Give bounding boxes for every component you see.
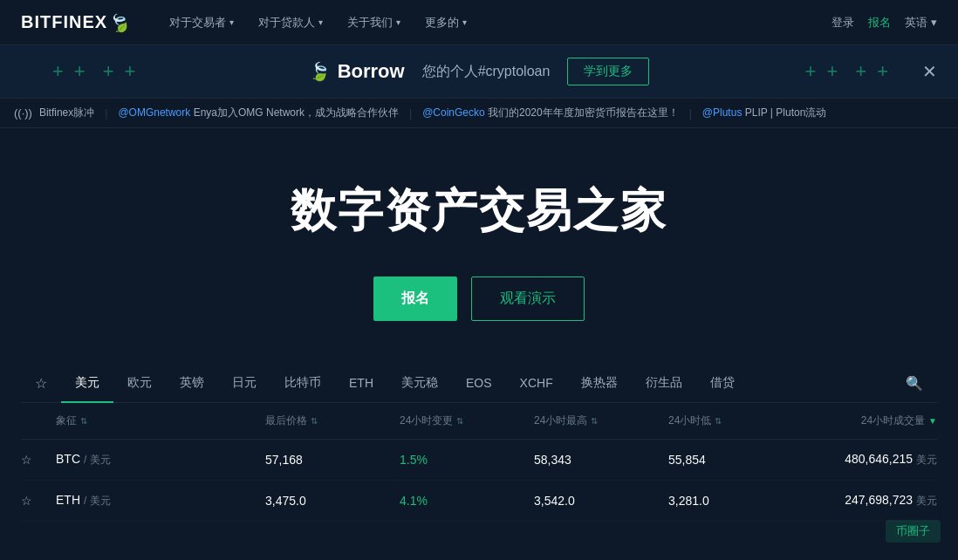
chevron-down-icon: ▾ xyxy=(462,17,467,27)
decorative-plus-left: ++ ++ xyxy=(52,60,135,83)
login-button[interactable]: 登录 xyxy=(831,15,854,31)
low-1: 3,281.0 xyxy=(668,494,803,508)
close-button[interactable]: ✕ xyxy=(922,61,937,82)
market-table: 象征 ⇅ 最后价格 ⇅ 24小时变更 ⇅ 24小时最高 ⇅ 24小时低 ⇅ 24… xyxy=(21,403,937,522)
banner-leaf-icon: 🍃 xyxy=(309,61,331,82)
tab-xchf[interactable]: XCHF xyxy=(506,365,567,402)
ticker-item-1: @CoinGecko 我们的2020年年度加密货币报告在这里！ xyxy=(422,106,679,120)
tab-gbp[interactable]: 英镑 xyxy=(166,365,218,403)
tab-usd-stable[interactable]: 美元稳 xyxy=(387,365,452,403)
sort-icon[interactable]: ⇅ xyxy=(456,416,463,426)
header-price: 最后价格 ⇅ xyxy=(265,413,400,428)
hero-title: 数字资产交易之家 xyxy=(291,181,667,242)
ticker-pulse-icon: ((·)) xyxy=(14,106,32,120)
tab-usd[interactable]: 美元 xyxy=(61,365,113,403)
volume-1: 247,698,723 美元 xyxy=(803,493,937,509)
tab-eur[interactable]: 欧元 xyxy=(113,365,166,403)
tab-exchanger[interactable]: 换热器 xyxy=(567,365,632,403)
favorite-star-0[interactable]: ☆ xyxy=(21,453,56,467)
table-header: 象征 ⇅ 最后价格 ⇅ 24小时变更 ⇅ 24小时最高 ⇅ 24小时低 ⇅ 24… xyxy=(21,403,937,440)
tab-eth[interactable]: ETH xyxy=(335,365,387,402)
sort-icon[interactable]: ⇅ xyxy=(591,416,598,426)
borrow-banner: ++ ++ 🍃 Borrow 您的个人#cryptoloan 学到更多 ++ +… xyxy=(0,45,958,99)
tab-eos[interactable]: EOS xyxy=(452,365,506,402)
watermark: 币圈子 xyxy=(886,520,941,543)
tab-jpy[interactable]: 日元 xyxy=(218,365,270,403)
tab-derivatives[interactable]: 衍生品 xyxy=(632,365,696,403)
hero-section: 数字资产交易之家 报名 观看演示 xyxy=(0,128,958,365)
banner-borrow-label: 🍃 Borrow xyxy=(309,60,405,83)
banner-subtitle: 您的个人#cryptoloan xyxy=(422,63,551,81)
nav-item-about[interactable]: 关于我们 ▾ xyxy=(337,8,411,38)
banner-cta-button[interactable]: 学到更多 xyxy=(567,58,649,85)
ticker-item-2: @Plutus PLIP | Pluton流动 xyxy=(702,106,827,120)
change-0: 1.5% xyxy=(400,453,534,467)
nav-right: 登录 报名 英语 ▾ xyxy=(831,15,937,31)
header-high: 24小时最高 ⇅ xyxy=(534,413,668,428)
symbol-1: ETH / 美元 xyxy=(56,493,265,509)
market-tabs: ☆ 美元 欧元 英镑 日元 比特币 ETH 美元稳 EOS XCHF 换热器 xyxy=(21,365,937,403)
ticker-bar: ((·)) Bitfinex脉冲 | @OMGnetwork Enya加入OMG… xyxy=(0,99,958,128)
high-1: 3,542.0 xyxy=(534,494,668,508)
sort-icon[interactable]: ⇅ xyxy=(311,416,318,426)
tab-favorites[interactable]: ☆ xyxy=(21,365,61,402)
sort-icon[interactable]: ⇅ xyxy=(715,416,722,426)
search-icon[interactable]: 🔍 xyxy=(892,365,937,402)
sort-icon[interactable]: ▼ xyxy=(928,416,937,426)
market-section: ☆ 美元 欧元 英镑 日元 比特币 ETH 美元稳 EOS XCHF 换热器 xyxy=(0,365,958,522)
hero-buttons: 报名 观看演示 xyxy=(373,277,585,321)
chevron-down-icon: ▾ xyxy=(931,16,937,29)
price-0: 57,168 xyxy=(265,453,400,467)
chevron-down-icon: ▾ xyxy=(318,17,323,27)
sort-icon[interactable]: ⇅ xyxy=(80,416,87,426)
chevron-down-icon: ▾ xyxy=(229,17,234,27)
banner-content: 🍃 Borrow 您的个人#cryptoloan 学到更多 xyxy=(309,58,650,85)
navbar: BITFINEX 🍃 对于交易者 ▾ 对于贷款人 ▾ 关于我们 ▾ 更多的 ▾ … xyxy=(0,0,958,45)
volume-0: 480,646,215 美元 xyxy=(803,452,937,468)
nav-item-more[interactable]: 更多的 ▾ xyxy=(414,8,477,38)
price-1: 3,475.0 xyxy=(265,494,400,508)
low-0: 55,854 xyxy=(668,453,803,467)
chevron-down-icon: ▾ xyxy=(396,17,400,27)
language-selector[interactable]: 英语 ▾ xyxy=(905,15,937,31)
favorite-star-1[interactable]: ☆ xyxy=(21,494,56,508)
nav-item-lenders[interactable]: 对于贷款人 ▾ xyxy=(248,8,333,38)
header-low: 24小时低 ⇅ xyxy=(668,413,803,428)
hero-signup-button[interactable]: 报名 xyxy=(373,277,457,321)
nav-item-traders[interactable]: 对于交易者 ▾ xyxy=(159,8,244,38)
logo-text: BITFINEX xyxy=(21,12,107,32)
table-row: ☆ ETH / 美元 3,475.0 4.1% 3,542.0 3,281.0 … xyxy=(21,481,937,522)
table-row: ☆ BTC / 美元 57,168 1.5% 58,343 55,854 480… xyxy=(21,440,937,481)
header-star xyxy=(21,413,56,428)
tab-lending[interactable]: 借贷 xyxy=(696,365,749,403)
header-change: 24小时变更 ⇅ xyxy=(400,413,534,428)
ticker-pulse-label: Bitfinex脉冲 xyxy=(39,106,94,120)
header-symbol: 象征 ⇅ xyxy=(56,413,265,428)
header-volume: 24小时成交量 ▼ xyxy=(803,413,937,428)
nav-links: 对于交易者 ▾ 对于贷款人 ▾ 关于我们 ▾ 更多的 ▾ xyxy=(159,8,831,38)
symbol-0: BTC / 美元 xyxy=(56,452,265,468)
signup-button[interactable]: 报名 xyxy=(868,15,891,31)
change-1: 4.1% xyxy=(400,494,534,508)
hero-demo-button[interactable]: 观看演示 xyxy=(471,277,585,321)
high-0: 58,343 xyxy=(534,453,668,467)
decorative-plus-right: ++ ++ xyxy=(805,60,888,83)
ticker-item-0: @OMGnetwork Enya加入OMG Network，成为战略合作伙伴 xyxy=(118,106,399,120)
logo-leaf-icon: 🍃 xyxy=(106,9,134,36)
tab-btc[interactable]: 比特币 xyxy=(270,365,335,403)
logo[interactable]: BITFINEX 🍃 xyxy=(21,12,131,33)
